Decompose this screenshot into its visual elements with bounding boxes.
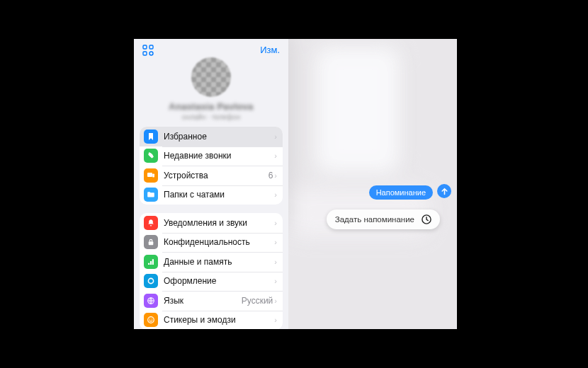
row-label: Оформление <box>164 276 274 286</box>
svg-point-7 <box>148 279 153 284</box>
settings-row-recent[interactable]: Недавние звонки› <box>140 146 283 166</box>
svg-rect-4 <box>147 173 152 177</box>
settings-row-privacy[interactable]: Конфиденциальность› <box>140 233 283 253</box>
lock-icon <box>144 235 158 249</box>
settings-group-1: Избранное›Недавние звонки›Устройства6›Па… <box>140 127 283 205</box>
row-label: Конфиденциальность <box>164 237 274 247</box>
profile-block[interactable]: Anastasia Pavlova онлайн · телефон <box>134 56 288 127</box>
settings-header: Изм. <box>134 39 288 56</box>
reminder-suggestion-chip[interactable]: Задать напоминание <box>327 209 440 229</box>
row-label: Устройства <box>164 171 268 180</box>
svg-point-10 <box>149 319 150 320</box>
svg-point-11 <box>152 319 152 320</box>
suggestion-label: Задать напоминание <box>335 215 414 224</box>
bookmark-icon <box>144 130 158 144</box>
outgoing-message-bubble[interactable]: Напоминание <box>369 185 433 200</box>
chevron-right-icon: › <box>274 238 277 246</box>
svg-rect-1 <box>149 45 153 49</box>
settings-group-2: Уведомления и звуки›Конфиденциальность›Д… <box>140 213 283 329</box>
bell-icon <box>144 216 158 230</box>
arrow-up-icon <box>441 188 448 195</box>
row-label: Данные и память <box>164 257 274 267</box>
stage: Изм. Anastasia Pavlova онлайн · телефон … <box>0 0 588 368</box>
chevron-right-icon: › <box>274 258 277 266</box>
svg-point-3 <box>149 52 153 55</box>
settings-row-theme[interactable]: Оформление› <box>140 272 283 292</box>
row-label: Избранное <box>164 132 274 142</box>
avatar[interactable] <box>191 57 231 97</box>
settings-groups: Избранное›Недавние звонки›Устройства6›Па… <box>134 127 288 329</box>
svg-rect-2 <box>143 52 147 55</box>
devices-icon <box>144 168 158 183</box>
row-label: Недавние звонки <box>164 151 274 161</box>
globe-icon <box>144 294 158 308</box>
row-label: Папки с чатами <box>164 190 274 200</box>
chat-pane: Напоминание Задать напоминание <box>288 39 457 329</box>
chevron-right-icon: › <box>274 277 277 285</box>
clock-icon <box>420 213 433 226</box>
ipad-window: Изм. Anastasia Pavlova онлайн · телефон … <box>130 35 461 333</box>
chevron-right-icon: › <box>274 151 277 160</box>
row-label: Язык <box>164 296 242 306</box>
chevron-right-icon: › <box>274 219 277 227</box>
settings-row-notif[interactable]: Уведомления и звуки› <box>140 213 283 233</box>
smile-icon <box>144 313 158 327</box>
chevron-right-icon: › <box>274 190 277 199</box>
data-icon <box>144 255 158 269</box>
chevron-right-icon: › <box>274 316 277 324</box>
settings-row-devices[interactable]: Устройства6› <box>140 166 283 185</box>
svg-rect-6 <box>149 241 154 245</box>
settings-row-lang[interactable]: ЯзыкРусский› <box>140 291 283 311</box>
settings-pane: Изм. Anastasia Pavlova онлайн · телефон … <box>134 39 288 329</box>
profile-name: Anastasia Pavlova <box>169 101 253 112</box>
chevron-right-icon: › <box>274 132 277 141</box>
svg-rect-0 <box>143 45 147 49</box>
qr-icon[interactable] <box>142 45 154 56</box>
edit-button[interactable]: Изм. <box>260 45 280 55</box>
folder-icon <box>144 188 158 202</box>
settings-row-folders[interactable]: Папки с чатами› <box>140 185 283 205</box>
circle-icon <box>144 274 158 288</box>
profile-subtitle: онлайн · телефон <box>182 113 240 121</box>
row-value: Русский <box>242 296 273 306</box>
send-button[interactable] <box>437 184 451 198</box>
chevron-right-icon: › <box>274 171 277 180</box>
row-label: Уведомления и звуки <box>164 218 274 228</box>
chat-bg-blur <box>288 39 457 329</box>
svg-point-9 <box>148 317 154 323</box>
row-value: 6 <box>268 171 273 180</box>
row-label: Стикеры и эмодзи <box>164 315 274 325</box>
settings-row-stickers[interactable]: Стикеры и эмодзи› <box>140 311 283 330</box>
phone-icon <box>144 149 158 163</box>
chevron-right-icon: › <box>274 297 277 305</box>
svg-rect-5 <box>152 173 154 177</box>
settings-row-data[interactable]: Данные и память› <box>140 252 283 272</box>
settings-row-favorites[interactable]: Избранное› <box>140 127 283 146</box>
